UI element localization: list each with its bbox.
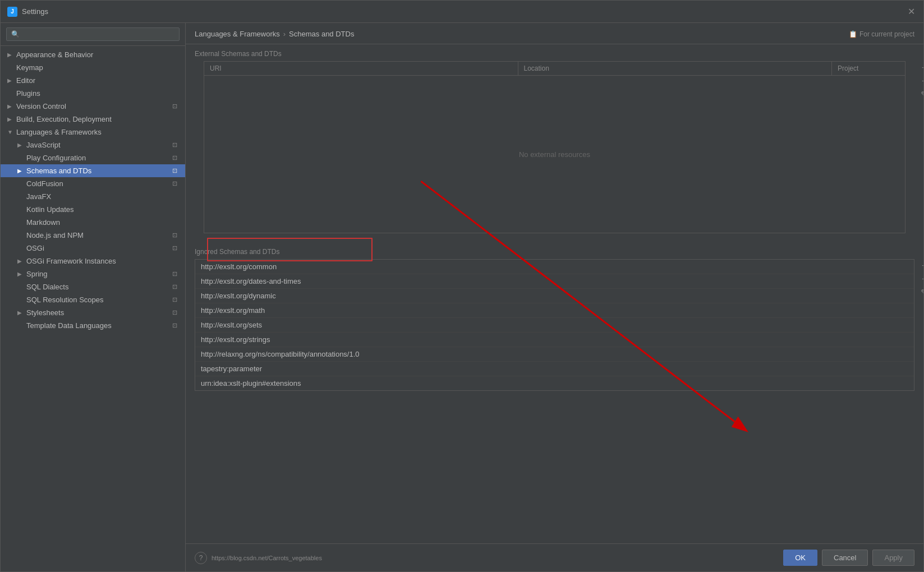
sidebar-item-stylesheets[interactable]: ▶Stylesheets⊡ — [1, 306, 185, 319]
breadcrumb: Languages & Frameworks › Schemas and DTD… — [195, 30, 914, 44]
arrow-icon: ▶ — [17, 142, 26, 148]
ignored-edit-button[interactable]: ✎ — [918, 286, 923, 298]
ignored-list-item[interactable]: tapestry:parameter — [195, 362, 914, 376]
breadcrumb-parent: Languages & Frameworks — [195, 30, 280, 38]
sidebar-item-osgi-framework[interactable]: ▶OSGi Framework Instances — [1, 255, 185, 267]
cancel-button[interactable]: Cancel — [822, 550, 868, 566]
ok-button[interactable]: OK — [783, 550, 817, 566]
project-icon: 📋 — [849, 30, 857, 38]
breadcrumb-separator: › — [283, 30, 286, 38]
badge-icon: ⊡ — [171, 180, 178, 188]
sidebar-item-nodejs-npm[interactable]: Node.js and NPM⊡ — [1, 229, 185, 242]
search-input[interactable] — [6, 27, 180, 41]
nav-item-label: JavaScript — [26, 141, 168, 149]
nav-item-label: Editor — [16, 76, 178, 85]
arrow-icon: ▶ — [17, 271, 26, 277]
ignored-list-item[interactable]: http://exslt.org/sets — [195, 318, 914, 333]
external-table-body: No external resources — [204, 76, 905, 233]
sidebar-item-build-execution[interactable]: ▶Build, Execution, Deployment — [1, 113, 185, 126]
ignored-schemas-section: Ignored Schemas and DTDs http://exslt.or… — [186, 242, 923, 391]
badge-icon: ⊡ — [171, 270, 178, 278]
nav-item-label: Schemas and DTDs — [26, 167, 168, 175]
sidebar-item-template-data[interactable]: Template Data Languages⊡ — [1, 319, 185, 332]
table-header: URI Location Project — [204, 62, 905, 76]
sidebar-item-schemas-dtds[interactable]: ▶Schemas and DTDs⊡ — [1, 164, 185, 177]
sidebar-item-javascript[interactable]: ▶JavaScript⊡ — [1, 139, 185, 151]
sidebar-item-spring[interactable]: ▶Spring⊡ — [1, 267, 185, 280]
badge-icon: ⊡ — [171, 245, 178, 252]
sidebar-item-osgi[interactable]: OSGi⊡ — [1, 242, 185, 255]
sidebar-item-appearance[interactable]: ▶Appearance & Behavior — [1, 48, 185, 61]
nav-item-label: OSGi Framework Instances — [26, 257, 178, 265]
footer: ? https://blog.csdn.net/Carrots_vegetabl… — [186, 543, 923, 571]
no-resources-label: No external resources — [519, 150, 590, 159]
nav-item-label: Build, Execution, Deployment — [16, 115, 178, 123]
sidebar-item-kotlin-updates[interactable]: Kotlin Updates — [1, 203, 185, 216]
ignored-list-item[interactable]: http://exslt.org/common — [195, 260, 914, 274]
nav-item-label: SQL Dialects — [26, 283, 168, 291]
window-title: Settings — [22, 7, 905, 16]
badge-icon: ⊡ — [171, 141, 178, 149]
sidebar-item-sql-dialects[interactable]: SQL Dialects⊡ — [1, 280, 185, 293]
external-controls: + − ✎ — [918, 61, 923, 100]
breadcrumb-current: Schemas and DTDs — [289, 30, 354, 38]
ignored-add-button[interactable]: + — [918, 259, 923, 271]
footer-url: https://blog.csdn.net/Carrots_vegetables — [212, 555, 779, 561]
panel-body[interactable]: External Schemas and DTDs URI Location P… — [186, 44, 923, 543]
col-location: Location — [518, 62, 833, 75]
sidebar-item-version-control[interactable]: ▶Version Control⊡ — [1, 100, 185, 113]
sidebar: ▶Appearance & BehaviorKeymap▶EditorPlugi… — [1, 23, 186, 571]
nav-item-label: Keymap — [16, 63, 178, 72]
help-button[interactable]: ? — [195, 552, 207, 564]
badge-icon: ⊡ — [171, 167, 178, 175]
nav-item-label: ColdFusion — [26, 179, 168, 188]
sidebar-item-coldfusion[interactable]: ColdFusion⊡ — [1, 177, 185, 190]
search-bar — [1, 23, 185, 46]
external-schemas-title: External Schemas and DTDs — [186, 44, 923, 61]
arrow-icon: ▶ — [7, 103, 16, 109]
close-button[interactable]: ✕ — [905, 6, 917, 17]
external-add-button[interactable]: + — [918, 61, 923, 73]
ignored-list-item[interactable]: urn:idea:xslt-plugin#extensions — [195, 376, 914, 390]
panel-header: Languages & Frameworks › Schemas and DTD… — [186, 23, 923, 44]
nav-item-label: Spring — [26, 270, 168, 278]
nav-tree: ▶Appearance & BehaviorKeymap▶EditorPlugi… — [1, 46, 185, 571]
ignored-table-wrapper: http://exslt.org/commonhttp://exslt.org/… — [195, 259, 914, 391]
app-icon: J — [7, 7, 17, 17]
ignored-list-item[interactable]: http://relaxng.org/ns/compatibility/anno… — [195, 347, 914, 362]
nav-item-label: Languages & Frameworks — [16, 128, 178, 136]
ignored-list-item[interactable]: http://exslt.org/strings — [195, 333, 914, 347]
sidebar-item-markdown[interactable]: Markdown — [1, 216, 185, 229]
sidebar-item-sql-resolution[interactable]: SQL Resolution Scopes⊡ — [1, 293, 185, 306]
ignored-list: http://exslt.org/commonhttp://exslt.org/… — [195, 259, 914, 391]
right-panel: Languages & Frameworks › Schemas and DTD… — [186, 23, 923, 571]
sidebar-item-languages-frameworks[interactable]: ▼Languages & Frameworks — [1, 126, 185, 139]
nav-item-label: Appearance & Behavior — [16, 50, 178, 59]
breadcrumb-project: 📋 For current project — [849, 30, 914, 38]
nav-item-label: Plugins — [16, 89, 178, 98]
main-content: ▶Appearance & BehaviorKeymap▶EditorPlugi… — [1, 23, 923, 571]
sidebar-item-editor[interactable]: ▶Editor — [1, 74, 185, 87]
apply-button[interactable]: Apply — [872, 550, 914, 566]
badge-icon: ⊡ — [171, 283, 178, 291]
external-remove-button[interactable]: − — [918, 75, 923, 87]
nav-item-label: Stylesheets — [26, 308, 168, 317]
ignored-list-item[interactable]: http://exslt.org/math — [195, 303, 914, 318]
sidebar-item-play-configuration[interactable]: Play Configuration⊡ — [1, 151, 185, 164]
nav-item-label: Markdown — [26, 218, 178, 227]
arrow-icon: ▶ — [7, 77, 16, 84]
sidebar-item-plugins[interactable]: Plugins — [1, 87, 185, 100]
ignored-list-item[interactable]: http://exslt.org/dynamic — [195, 289, 914, 303]
arrow-icon: ▶ — [17, 258, 26, 264]
ignored-controls: + − ✎ — [918, 259, 923, 298]
arrow-icon: ▶ — [17, 310, 26, 316]
external-table: URI Location Project No external resourc… — [204, 61, 905, 233]
title-bar: J Settings ✕ — [1, 1, 923, 23]
sidebar-item-javafx[interactable]: JavaFX — [1, 190, 185, 203]
ignored-remove-button[interactable]: − — [918, 273, 923, 285]
nav-item-label: Kotlin Updates — [26, 205, 178, 214]
external-edit-button[interactable]: ✎ — [918, 88, 923, 100]
ignored-schemas-title: Ignored Schemas and DTDs — [186, 242, 923, 259]
sidebar-item-keymap[interactable]: Keymap — [1, 61, 185, 74]
ignored-list-item[interactable]: http://exslt.org/dates-and-times — [195, 274, 914, 289]
